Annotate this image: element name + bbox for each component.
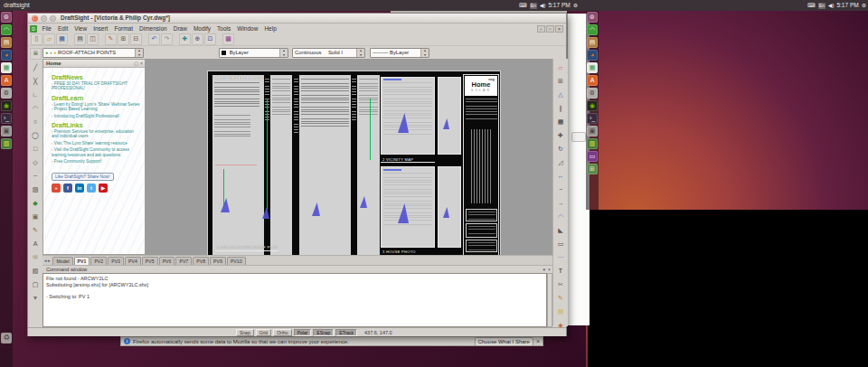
fillet-tool-icon[interactable]: ◠: [556, 212, 566, 221]
language-indicator[interactable]: En: [818, 3, 826, 9]
displays-icon[interactable]: ▭: [587, 151, 598, 162]
menu-item[interactable]: File: [39, 24, 54, 33]
close-icon[interactable]: ×: [536, 337, 540, 345]
clock[interactable]: 5:17 PM: [548, 0, 570, 11]
software-center-icon[interactable]: A: [1, 75, 12, 86]
polygon-tool-icon[interactable]: ◇: [31, 157, 41, 167]
menu-item[interactable]: Help: [261, 24, 279, 33]
news-link[interactable]: FREE 30 DAY TRIAL OF DRAFTSIGHT PROFESSI…: [52, 81, 140, 91]
sheet-tab[interactable]: PV9: [210, 257, 226, 265]
twitter-icon[interactable]: t: [87, 184, 96, 193]
stamp-tool-icon[interactable]: ▧: [31, 266, 41, 276]
stretch-tool-icon[interactable]: ↔: [556, 171, 566, 181]
nvidia-settings-icon[interactable]: ◉: [1, 100, 12, 111]
close-button[interactable]: ×: [32, 15, 38, 22]
links-link[interactable]: Premium Services for enterprise, educati…: [52, 129, 140, 139]
sheet-tab[interactable]: PV3: [108, 257, 124, 265]
libreoffice-calc-icon[interactable]: ▦: [587, 62, 598, 73]
region-tool-icon[interactable]: ▢: [31, 279, 41, 289]
volume-icon[interactable]: ◀): [828, 0, 835, 11]
trash-icon[interactable]: ♻: [1, 333, 12, 343]
command-window-header[interactable]: Command window ▾ ×: [42, 265, 552, 273]
properties-paint-tool-icon[interactable]: ✎: [556, 293, 566, 303]
draftsight-icon[interactable]: ◠: [1, 24, 12, 35]
dock-icon[interactable]: ▾: [543, 267, 546, 272]
copy-icon[interactable]: ⊞: [118, 33, 129, 45]
linestyle-tool-icon[interactable]: ⋯: [556, 252, 566, 262]
dash-home-icon[interactable]: ⊚: [587, 12, 598, 23]
ellipse-tool-icon[interactable]: ◯: [31, 130, 41, 140]
document-minimize-button[interactable]: −: [537, 25, 545, 33]
sheet-tab[interactable]: PV5: [142, 257, 158, 265]
firefox-icon[interactable]: ◕: [587, 50, 598, 61]
combo-stepper[interactable]: ▴▾: [135, 49, 143, 57]
combo-stepper[interactable]: ▴▾: [279, 49, 288, 57]
software-center-icon[interactable]: A: [587, 75, 598, 86]
workspace-icon[interactable]: ⊞: [587, 164, 598, 174]
system-settings-icon[interactable]: ⚙: [587, 88, 598, 99]
format-painter-icon[interactable]: ✎: [105, 33, 117, 45]
status-toggle[interactable]: Polar: [294, 329, 312, 336]
combo-stepper[interactable]: ▴▾: [420, 49, 429, 57]
keyboard-icon[interactable]: ⌨: [807, 0, 816, 11]
status-toggle[interactable]: Grid: [256, 329, 271, 336]
rectangle-tool-icon[interactable]: □: [31, 144, 41, 154]
tab-scroll-arrows[interactable]: ◂ ▸: [44, 256, 50, 265]
sheet-tab[interactable]: PV6: [159, 257, 175, 265]
terminal-icon[interactable]: ›_: [587, 113, 598, 124]
linkedin-icon[interactable]: in: [75, 184, 84, 193]
window-titlebar[interactable]: × − ▫ DraftSight - [Victoria & Philip Cy…: [28, 14, 566, 24]
document-close-button[interactable]: ×: [555, 25, 563, 33]
drawing-canvas[interactable]: PROJECT DESCRIPTION 1 SITE PLAN WITH ROO…: [146, 59, 552, 255]
sheet-tab[interactable]: Model: [52, 257, 72, 265]
status-toggle[interactable]: Snap: [236, 329, 254, 336]
undo-icon[interactable]: ↶: [148, 33, 160, 45]
trim-tool-icon[interactable]: −: [556, 184, 566, 194]
close-icon[interactable]: ×: [140, 61, 143, 66]
envelope-tool-icon[interactable]: ✉: [31, 252, 41, 262]
line-tool-icon[interactable]: ╱: [31, 62, 41, 72]
image-tool-icon[interactable]: ▣: [31, 212, 41, 221]
nvidia-settings-icon[interactable]: ◉: [587, 100, 598, 111]
zoom-window-icon[interactable]: ⊡: [204, 33, 216, 45]
system-monitor-icon[interactable]: ▥: [1, 138, 12, 149]
chamfer-tool-icon[interactable]: ◣: [556, 225, 566, 235]
combo-stepper[interactable]: ▴▾: [356, 49, 364, 57]
print-preview-icon[interactable]: ◫: [87, 33, 99, 45]
document-restore-button[interactable]: ▫: [546, 25, 554, 33]
pan-icon[interactable]: ✚: [179, 33, 191, 45]
sheet-tab[interactable]: PV4: [125, 257, 141, 265]
line-color-combo[interactable]: ByLayer ▴▾: [219, 48, 288, 58]
archive-manager-icon[interactable]: ▣: [1, 126, 12, 136]
draftsight-icon[interactable]: ◠: [587, 24, 598, 35]
terminal-icon[interactable]: ›_: [1, 113, 12, 124]
share-now-button[interactable]: Like DraftSight? Share Now!: [52, 173, 114, 181]
dash-home-icon[interactable]: ⊚: [1, 12, 12, 23]
menu-item[interactable]: Edit: [54, 24, 71, 33]
libreoffice-calc-icon[interactable]: ▦: [1, 62, 12, 73]
layer-combo[interactable]: ● ● ● ROOF-ATTACH POINTS ▴▾: [42, 48, 144, 58]
status-toggle[interactable]: Ortho: [273, 329, 292, 336]
sheet-tab[interactable]: PV7: [175, 257, 192, 265]
note-tool-icon[interactable]: ✎: [31, 225, 41, 235]
sheet-tab[interactable]: PV10: [227, 257, 246, 265]
paste-icon[interactable]: ⊟: [130, 33, 142, 45]
facebook-icon[interactable]: f: [63, 184, 72, 193]
googleplus-icon[interactable]: +: [52, 184, 61, 193]
files-icon[interactable]: ▤: [1, 37, 12, 48]
open-file-icon[interactable]: ▱: [43, 33, 55, 45]
menu-item[interactable]: View: [71, 24, 90, 33]
keyboard-icon[interactable]: ⌨: [519, 0, 527, 11]
menu-item[interactable]: Window: [234, 24, 261, 33]
learn-link[interactable]: Learn by Doing! Lynn's 'Share' Webinar S…: [52, 102, 140, 112]
construction-line-tool-icon[interactable]: ╳: [31, 76, 41, 86]
line-weight-combo[interactable]: ——— ByLayer ▴▾: [370, 48, 429, 58]
maximize-button[interactable]: ▫: [50, 15, 56, 22]
polyline-tool-icon[interactable]: ∟: [31, 89, 41, 99]
sheet-tab[interactable]: PV8: [193, 257, 209, 265]
move-tool-icon[interactable]: ✚: [556, 130, 566, 140]
pattern-tool-icon[interactable]: ▦: [556, 117, 566, 127]
close-icon[interactable]: ×: [548, 267, 551, 272]
learn-link[interactable]: Introducing DraftSight Professional!: [52, 114, 140, 118]
palette-header[interactable]: Home ▢ ×: [43, 60, 145, 68]
